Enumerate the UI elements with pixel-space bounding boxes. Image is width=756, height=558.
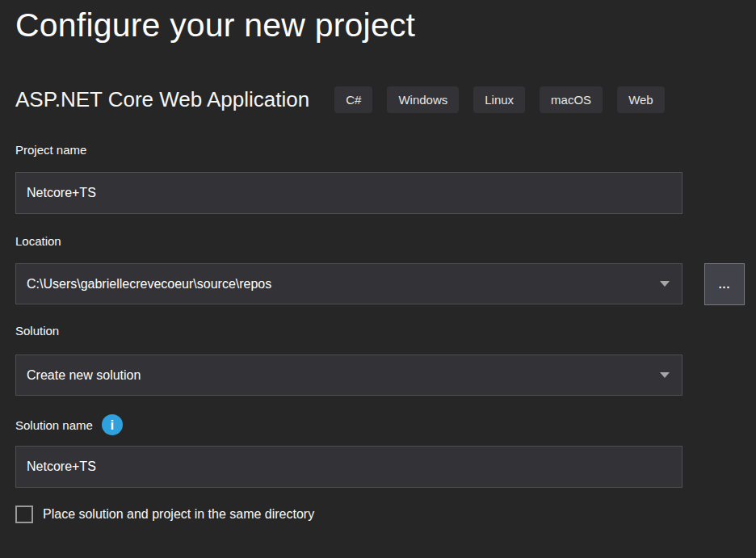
solution-name-label-row: Solution name i (15, 414, 123, 435)
location-value: C:\Users\gabriellecrevecoeur\source\repo… (27, 277, 660, 292)
solution-combo[interactable]: Create new solution (15, 355, 682, 396)
page-title: Configure your new project (15, 6, 415, 44)
same-directory-option: Place solution and project in the same d… (15, 506, 314, 523)
configure-project-dialog: Configure your new project ASP.NET Core … (0, 0, 756, 558)
solution-name-label: Solution name (15, 418, 93, 432)
chevron-down-icon (660, 281, 670, 287)
tag-web: Web (617, 86, 665, 113)
same-directory-label: Place solution and project in the same d… (43, 507, 314, 522)
tag-linux: Linux (473, 86, 525, 113)
info-icon[interactable]: i (102, 414, 123, 435)
tag-csharp: C# (334, 86, 372, 113)
project-name-input[interactable] (15, 172, 682, 214)
template-name: ASP.NET Core Web Application (15, 87, 309, 112)
chevron-down-icon (660, 372, 670, 378)
tag-macos: macOS (540, 86, 603, 113)
solution-value: Create new solution (27, 368, 660, 383)
template-header: ASP.NET Core Web Application C# Windows … (15, 86, 679, 113)
tag-windows: Windows (387, 86, 459, 113)
project-name-label: Project name (15, 143, 86, 157)
location-label: Location (15, 234, 61, 248)
solution-label: Solution (15, 324, 59, 338)
solution-name-input[interactable] (15, 446, 682, 488)
browse-button[interactable]: ... (704, 263, 745, 305)
location-combo[interactable]: C:\Users\gabriellecrevecoeur\source\repo… (15, 263, 682, 304)
same-directory-checkbox[interactable] (15, 506, 33, 523)
